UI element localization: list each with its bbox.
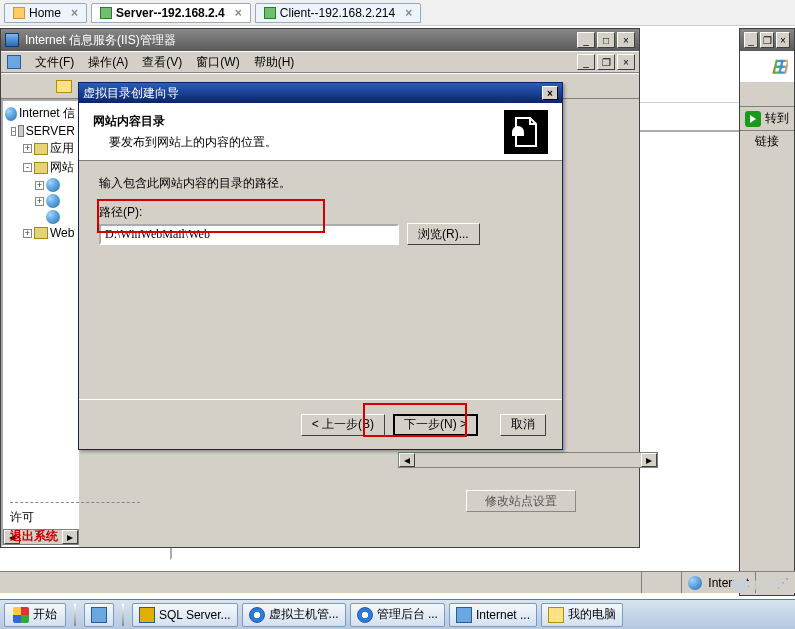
browser-tab-row: Home × Server--192.168.2.4 × Client--192… [0,0,795,26]
collapse-icon[interactable]: - [11,127,16,136]
child-restore-button[interactable]: ❐ [597,54,615,70]
divider [10,502,140,503]
flag-icon: ⊞ [771,54,788,78]
restore-button[interactable]: ❐ [760,32,774,48]
desktop-icon [91,607,107,623]
tab-label: Client--192.168.2.214 [280,6,395,20]
right-window: _ ❐ × ⊞ 转到 链接 [739,28,795,596]
tab-client[interactable]: Client--192.168.2.214 × [255,3,421,23]
tree-label: SERVER [26,124,75,138]
cloud-icon [731,579,749,591]
wizard-prompt: 输入包含此网站内容的目录的路径。 [99,175,542,192]
tab-server[interactable]: Server--192.168.2.4 × [91,3,251,23]
tree-site[interactable]: - 网站 [5,159,75,176]
menu-bar: 文件(F) 操作(A) 查看(V) 窗口(W) 帮助(H) _ ❐ × [1,51,639,73]
tab-label: Home [29,6,61,20]
collapse-icon[interactable]: - [23,163,32,172]
internet-zone-icon [688,576,702,590]
sql-icon [139,607,155,623]
expand-icon[interactable]: + [23,144,32,153]
taskbar-item[interactable]: SQL Server... [132,603,238,627]
windows-flag-icon [13,607,29,623]
taskbar-item[interactable]: 虚拟主机管... [242,603,346,627]
back-button[interactable]: < 上一步(B) [301,414,385,436]
website-icon [46,210,60,224]
child-minimize-button[interactable]: _ [577,54,595,70]
taskbar-separator [74,604,76,626]
forward-button[interactable] [29,75,51,97]
back-button[interactable] [5,75,27,97]
tree-app[interactable]: + 应用 [5,140,75,157]
taskbar-label: 我的电脑 [568,606,616,623]
folder-icon [34,227,48,239]
ie-icon [357,607,373,623]
modify-site-button[interactable]: 修改站点设置 [466,490,576,512]
menu-view[interactable]: 查看(V) [142,54,182,71]
taskbar-item[interactable]: 管理后台 ... [350,603,445,627]
watermark: 亿速云 [731,576,789,593]
browse-button[interactable]: 浏览(R)... [407,223,480,245]
expand-icon[interactable]: + [35,181,44,190]
go-button[interactable]: 转到 [740,108,794,130]
maximize-button[interactable]: □ [597,32,615,48]
menu-help[interactable]: 帮助(H) [254,54,295,71]
path-input[interactable] [99,224,399,245]
wizard-dialog: 虚拟目录创建向导 × 网站内容目录 要发布到网站上的内容的位置。 输入包含此网站… [78,82,563,450]
up-button[interactable] [53,75,75,97]
expand-icon[interactable]: + [23,229,32,238]
next-button[interactable]: 下一步(N) > [393,414,478,436]
ie-icon [249,607,265,623]
scroll-left-icon[interactable]: ◂ [399,453,415,467]
ql-desktop[interactable] [84,603,114,627]
menu-window[interactable]: 窗口(W) [196,54,239,71]
menu-file[interactable]: 文件(F) [35,54,74,71]
wizard-header-title: 网站内容目录 [93,114,165,128]
wizard-title-bar[interactable]: 虚拟目录创建向导 × [79,83,562,103]
menu-action[interactable]: 操作(A) [88,54,128,71]
tree-subsite[interactable] [5,210,75,224]
website-icon [46,194,60,208]
iis-title-bar[interactable]: Internet 信息服务(IIS)管理器 _ □ × [1,29,639,51]
taskbar-item[interactable]: 我的电脑 [541,603,623,627]
start-button[interactable]: 开始 [4,603,66,627]
links-label[interactable]: 链接 [740,131,794,150]
nav-exit[interactable]: 退出系统 [10,528,140,545]
tree-subsite[interactable]: + [5,178,75,192]
tree-root[interactable]: Internet 信 [5,105,75,122]
tree-subsite[interactable]: + [5,194,75,208]
cancel-button[interactable]: 取消 [500,414,546,436]
child-close-button[interactable]: × [617,54,635,70]
close-icon[interactable]: × [405,6,412,20]
tree-label: 应用 [50,140,74,157]
taskbar-item[interactable]: Internet ... [449,603,537,627]
iis-root-icon [5,107,17,121]
tab-home[interactable]: Home × [4,3,87,23]
tab-label: Server--192.168.2.4 [116,6,225,20]
close-icon[interactable]: × [71,6,78,20]
taskbar-label: 虚拟主机管... [269,606,339,623]
taskbar: 开始 SQL Server... 虚拟主机管... 管理后台 ... Inter… [0,599,795,629]
window-title: Internet 信息服务(IIS)管理器 [25,32,176,49]
tree-pane[interactable]: Internet 信 - SERVER + 应用 - 网站 + [1,99,79,547]
expand-icon[interactable]: + [35,197,44,206]
close-button[interactable]: × [617,32,635,48]
tree-label: Web [50,226,74,240]
go-label: 转到 [765,110,789,127]
minimize-button[interactable]: _ [744,32,758,48]
scroll-right-icon[interactable]: ▸ [641,453,657,467]
close-icon[interactable]: × [235,6,242,20]
nav-permit[interactable]: 许可 [10,509,140,526]
home-icon [13,7,25,19]
taskbar-separator [122,604,124,626]
close-button[interactable]: × [542,86,558,100]
tree-web[interactable]: + Web [5,226,75,240]
pane-hscroll[interactable]: ◂ ▸ [398,452,658,468]
folder-up-icon [56,80,72,93]
wizard-footer: < 上一步(B) 下一步(N) > 取消 [79,399,562,449]
wizard-title: 虚拟目录创建向导 [83,85,179,102]
tree-server[interactable]: - SERVER [5,124,75,138]
minimize-button[interactable]: _ [577,32,595,48]
iis-app-icon [5,33,19,47]
close-button[interactable]: × [776,32,790,48]
windows-logo: ⊞ [740,51,794,81]
